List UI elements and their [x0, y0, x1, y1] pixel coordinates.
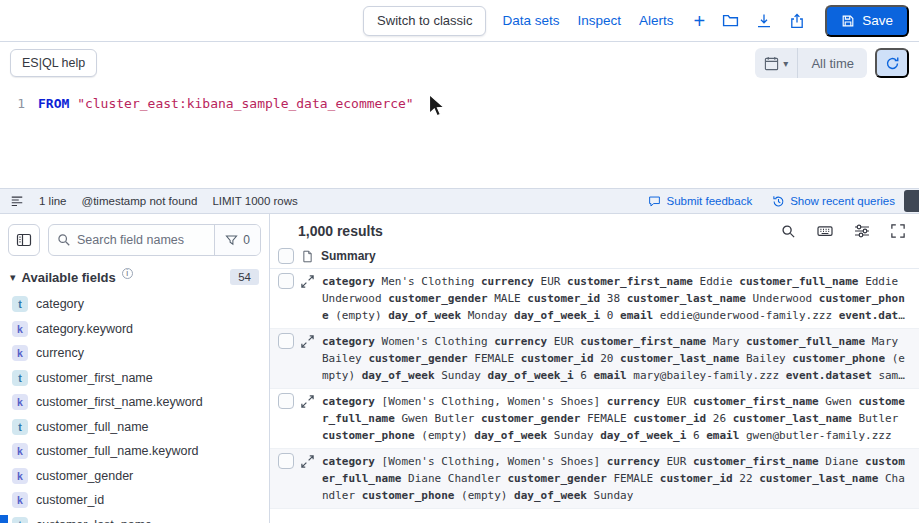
clock-history-icon — [772, 195, 785, 208]
field-name: customer_first_name — [36, 371, 153, 385]
chevron-down-icon[interactable]: ▾ — [10, 271, 16, 284]
expand-row-icon[interactable] — [300, 394, 316, 410]
field-count-badge: 54 — [230, 269, 259, 285]
editor-footer: 1 line @timestamp not found LIMIT 1000 r… — [0, 188, 919, 214]
field-type-icon: k — [12, 443, 28, 459]
field-list-item[interactable]: k currency — [8, 341, 261, 366]
editor-line-count: 1 line — [39, 195, 67, 207]
time-range-value[interactable]: All time — [798, 48, 867, 78]
editor-resize-handle[interactable] — [904, 190, 919, 212]
calendar-icon — [764, 56, 779, 71]
editor-code-line: FROM "cluster_east:kibana_sample_data_ec… — [38, 84, 414, 188]
fields-sidebar: 0 ▾ Available fields i 54 t category k c… — [0, 214, 270, 523]
display-options-icon[interactable] — [854, 223, 870, 239]
results-toolbar — [781, 223, 905, 239]
esql-editor[interactable]: 1 FROM "cluster_east:kibana_sample_data_… — [0, 84, 919, 188]
field-list-item[interactable]: t customer_full_name — [8, 415, 261, 440]
query-keyword: FROM — [38, 96, 69, 111]
topnav-links: Data setsInspectAlerts — [502, 13, 673, 28]
expand-row-icon[interactable] — [300, 334, 316, 350]
results-count: 1,000 results — [298, 223, 383, 239]
field-type-icon: t — [12, 370, 28, 386]
field-list: t category k category.keyword k currency… — [8, 292, 261, 523]
query-bar: ES|QL help ▾ All time — [0, 42, 919, 84]
limit-rows-setting[interactable]: LIMIT 1000 rows — [212, 195, 297, 207]
field-filter-button[interactable]: 0 — [214, 225, 260, 255]
share-icon[interactable] — [789, 13, 805, 29]
download-icon[interactable] — [756, 13, 772, 29]
summary-column-header: Summary — [270, 245, 919, 269]
topnav-link-alerts[interactable]: Alerts — [639, 13, 674, 28]
expand-row-icon[interactable] — [300, 274, 316, 290]
fullscreen-icon[interactable] — [891, 224, 905, 238]
timestamp-status: @timestamp not found — [82, 195, 198, 207]
field-list-item[interactable]: k customer_full_name.keyword — [8, 439, 261, 464]
field-name: customer_full_name.keyword — [36, 444, 199, 458]
field-list-item[interactable]: k customer_gender — [8, 464, 261, 489]
info-icon[interactable]: i — [122, 268, 133, 279]
top-navbar: Switch to classic Data setsInspectAlerts… — [0, 0, 919, 42]
field-list-item[interactable]: t customer_first_name — [8, 366, 261, 391]
field-name: customer_last_name — [36, 518, 152, 523]
results-header: 1,000 results — [270, 214, 919, 245]
submit-feedback-label: Submit feedback — [666, 195, 752, 207]
available-fields-label: Available fields — [22, 270, 116, 285]
mouse-cursor — [424, 93, 450, 119]
field-name: customer_gender — [36, 469, 133, 483]
doc-summary: category [Women's Clothing, Women's Shoe… — [322, 453, 911, 504]
results-body: category Men's Clothing currency EUR cus… — [270, 269, 919, 523]
keyboard-shortcuts-icon[interactable] — [817, 223, 833, 239]
feedback-bubble-icon — [648, 195, 661, 208]
document-icon — [301, 250, 314, 263]
editor-lines-icon[interactable] — [10, 194, 24, 208]
save-button-label: Save — [862, 13, 893, 28]
field-type-icon: k — [12, 394, 28, 410]
field-type-icon: k — [12, 345, 28, 361]
field-list-item[interactable]: k customer_first_name.keyword — [8, 390, 261, 415]
table-row: category [Women's Clothing, Women's Shoe… — [270, 389, 919, 449]
doc-summary: category [Women's Clothing, Women's Shoe… — [322, 393, 911, 444]
available-fields-header: ▾ Available fields i 54 — [8, 269, 261, 285]
chevron-down-icon: ▾ — [783, 58, 788, 69]
search-field-names-input[interactable] — [77, 233, 214, 247]
field-type-icon: t — [12, 419, 28, 435]
show-recent-queries-link[interactable]: Show recent queries — [772, 195, 895, 208]
search-in-table-icon[interactable] — [781, 224, 796, 239]
field-name: currency — [36, 346, 84, 360]
field-type-icon: t — [12, 296, 28, 312]
row-checkbox[interactable] — [278, 393, 294, 409]
folder-icon[interactable] — [722, 12, 739, 29]
row-checkbox[interactable] — [278, 273, 294, 289]
topnav-link-data-sets[interactable]: Data sets — [502, 13, 559, 28]
table-row: category Women's Clothing currency EUR c… — [270, 329, 919, 389]
editor-line-number: 1 — [0, 84, 38, 188]
field-name: customer_id — [36, 493, 104, 507]
field-list-item[interactable]: k category.keyword — [8, 317, 261, 342]
refresh-query-button[interactable] — [875, 48, 909, 78]
search-icon — [49, 233, 77, 247]
field-list-item[interactable]: t category — [8, 292, 261, 317]
field-type-icon: t — [12, 517, 28, 523]
collapse-sidebar-button[interactable] — [8, 224, 40, 256]
field-list-item[interactable]: k customer_id — [8, 488, 261, 513]
show-recent-queries-label: Show recent queries — [790, 195, 895, 207]
submit-feedback-link[interactable]: Submit feedback — [648, 195, 752, 208]
row-checkbox[interactable] — [278, 453, 294, 469]
switch-to-classic-button[interactable]: Switch to classic — [363, 6, 486, 36]
query-source-string: "cluster_east:kibana_sample_data_ecommer… — [77, 96, 414, 111]
field-list-item[interactable]: t customer_last_name — [8, 513, 261, 523]
refresh-icon — [885, 56, 900, 71]
calendar-dropdown-button[interactable]: ▾ — [755, 48, 798, 78]
row-checkbox[interactable] — [278, 333, 294, 349]
esql-help-button[interactable]: ES|QL help — [10, 49, 97, 77]
field-type-icon: k — [12, 468, 28, 484]
select-all-checkbox[interactable] — [278, 248, 294, 264]
expand-row-icon[interactable] — [300, 454, 316, 470]
save-button[interactable]: Save — [825, 5, 909, 37]
field-panel-icon — [16, 232, 32, 248]
add-icon[interactable]: + — [694, 13, 706, 29]
doc-summary: category Men's Clothing currency EUR cus… — [322, 273, 911, 324]
time-picker-group: ▾ All time — [755, 48, 909, 78]
topnav-icon-group: + — [694, 12, 806, 29]
topnav-link-inspect[interactable]: Inspect — [577, 13, 621, 28]
